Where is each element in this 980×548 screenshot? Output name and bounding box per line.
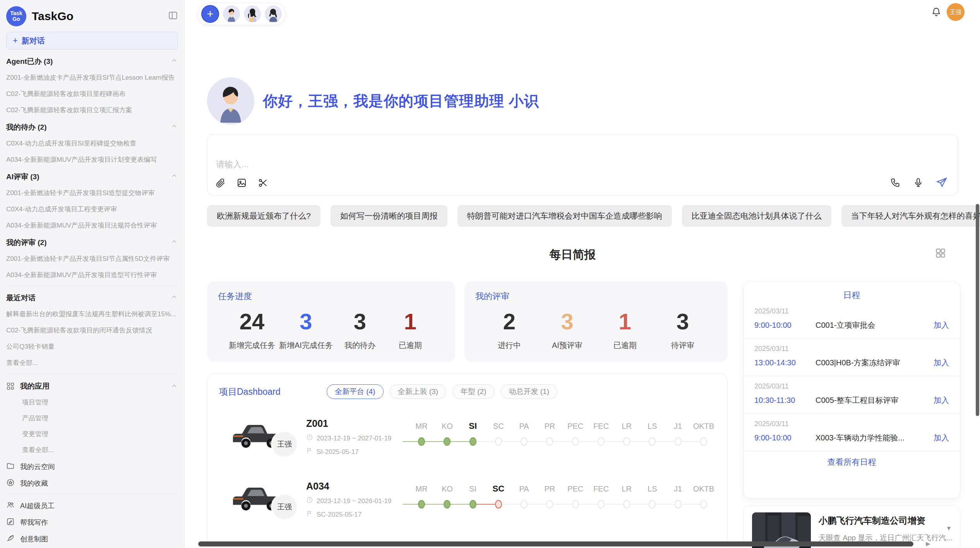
sidebar-item[interactable]: 公司Q3轻卡销量	[6, 342, 178, 352]
milestone-dot	[546, 437, 553, 446]
sidebar-item-write[interactable]: 帮我写作	[6, 517, 178, 527]
phone-icon[interactable]	[890, 177, 901, 189]
section-header-4[interactable]: 最近对话	[6, 293, 178, 303]
schedule-event-title: C001-立项审批会	[816, 320, 934, 331]
milestone-dot	[649, 437, 656, 446]
dashboard-tab-0[interactable]: 全新平台 (4)	[327, 384, 384, 399]
metric-value: 24	[240, 309, 265, 334]
app-sublist-item[interactable]: 项目管理	[6, 397, 178, 408]
sidebar-item-folder[interactable]: 我的云空间	[6, 462, 178, 472]
schedule-item[interactable]: 2025/03/1110:30-11:30C005-整车工程目标评审加入	[744, 376, 960, 414]
horizontal-scrollbar-thumb[interactable]	[198, 541, 913, 546]
join-link[interactable]: 加入	[934, 433, 949, 443]
metric: 1已逾期	[387, 309, 433, 351]
attachment-icon[interactable]	[215, 178, 226, 190]
dashboard-tab-2[interactable]: 年型 (2)	[452, 384, 495, 399]
agent-avatar-1[interactable]	[223, 5, 240, 22]
sidebar-item-people[interactable]: AI超级员工	[6, 501, 178, 511]
project-row[interactable]: 王强A0342023-12-19 ~ 2026-01-19SC-2025-05-…	[207, 472, 727, 535]
sidebar-item[interactable]: A034-全新新能源MUV产品开发项目法规符合性评审	[6, 221, 178, 231]
chevron-up-icon[interactable]	[170, 123, 178, 132]
view-all-schedule-link[interactable]: 查看所有日程	[744, 457, 960, 468]
join-link[interactable]: 加入	[934, 395, 949, 406]
sidebar-item[interactable]: Z001-全新燃油轻卡产品开发项目SI造型提交物评审	[6, 188, 178, 198]
suggestion-chip[interactable]: 如何写一份清晰的项目周报	[331, 205, 447, 227]
send-icon[interactable]	[936, 176, 947, 190]
sidebar-item[interactable]: Z001-全新燃油轻卡产品开发项目SI节点属性5D文件评审	[6, 254, 178, 264]
milestone-chain: MRKOSISCPAPRPECFECLRLSJ1OKTB	[409, 484, 716, 509]
collapse-sidebar-icon[interactable]	[168, 10, 178, 22]
sidebar-item[interactable]: C0X4-动力总成开发项目工程变更评审	[6, 204, 178, 214]
dashboard-tab-3[interactable]: 动总开发 (1)	[501, 384, 558, 399]
schedule-item[interactable]: 2025/03/119:00-10:00C001-立项审批会加入	[744, 301, 960, 339]
section-header-2[interactable]: AI评审 (3)	[6, 172, 178, 182]
new-chat-button[interactable]: + 新对话	[6, 32, 178, 50]
scroll-right-arrow-icon[interactable]: ▶	[926, 540, 930, 547]
sidebar-item[interactable]: 解释最新出台的欧盟报废车法规再生塑料比例被调至15%...	[6, 309, 178, 319]
logo-line-1: Task	[10, 10, 22, 16]
sidebar-tools: 我的云空间我的收藏	[6, 462, 178, 488]
section-title: 我的评审 (2)	[6, 238, 47, 248]
milestone-label-ko: KO	[434, 484, 460, 494]
sidebar-item-feather[interactable]: 创意制图	[6, 534, 178, 544]
milestone-label-ls: LS	[639, 421, 665, 431]
vertical-scrollbar-thumb[interactable]	[976, 204, 979, 416]
suggestion-chips: 欧洲新规最近颁布了什么?如何写一份清晰的项目周报特朗普可能对进口汽车增税会对中国…	[207, 205, 980, 227]
dashboard-tabs: 全新平台 (4)全新上装 (3)年型 (2)动总开发 (1)	[327, 384, 557, 399]
stat-card-title: 我的评审	[475, 291, 717, 302]
add-agent-button[interactable]: +	[201, 5, 219, 23]
composer-input[interactable]: 请输入...	[216, 159, 248, 170]
scroll-down-arrow-icon[interactable]: ▼	[946, 525, 952, 531]
notifications-bell-icon[interactable]	[931, 7, 941, 19]
metric-value: 3	[677, 309, 689, 334]
dashboard-tab-1[interactable]: 全新上装 (3)	[390, 384, 447, 399]
sidebar-item[interactable]: 查看全部...	[6, 358, 178, 368]
sidebar-item-star-badge[interactable]: 我的收藏	[6, 478, 178, 488]
apps-grid-icon	[6, 382, 15, 390]
metric: 24新增完成任务	[229, 309, 275, 351]
suggestion-chip[interactable]: 特朗普可能对进口汽车增税会对中国车企造成哪些影响	[457, 205, 672, 227]
milestone-dot	[444, 437, 451, 446]
section-header-3[interactable]: 我的评审 (2)	[6, 238, 178, 248]
sidebar-item-my-apps[interactable]: 我的应用	[6, 381, 178, 392]
chevron-up-icon[interactable]	[170, 57, 178, 67]
chevron-up-icon[interactable]	[170, 238, 178, 248]
microphone-icon[interactable]	[913, 177, 923, 189]
suggestion-chip[interactable]: 比亚迪全固态电池计划具体说了什么	[682, 205, 831, 227]
dashboard-title: 项目Dashboard	[219, 386, 327, 398]
section-header-0[interactable]: Agent已办 (3)	[6, 57, 178, 67]
app-sublist-item[interactable]: 产品管理	[6, 413, 178, 423]
milestone-label-si: SI	[460, 421, 486, 431]
scissors-icon[interactable]	[258, 178, 268, 190]
metric-value: 1	[619, 309, 631, 334]
user-avatar[interactable]: 王强	[947, 3, 965, 21]
app-sublist-item[interactable]: 查看全部...	[6, 445, 178, 455]
sidebar-item[interactable]: C02-飞腾新能源轻客改款项目立项汇报方案	[6, 105, 178, 115]
sidebar-item[interactable]: Z001-全新燃油皮卡产品开发项目SI节点Lesson Learn报告	[6, 73, 178, 83]
agent-avatar-3[interactable]	[265, 5, 282, 22]
milestone-dot	[598, 437, 605, 446]
project-date-range: 2023-12-19 ~ 2027-01-19	[317, 435, 391, 442]
chevron-up-icon[interactable]	[170, 172, 178, 182]
join-link[interactable]: 加入	[934, 358, 949, 368]
schedule-item[interactable]: 2025/03/1113:00-14:30C003|H0B-方案冻结评审加入	[744, 339, 960, 376]
briefing-layout-icon[interactable]	[935, 248, 946, 260]
agent-avatar-2[interactable]	[244, 5, 261, 22]
sidebar-item[interactable]: A034-全新新能源MUV产品开发项目计划变更表编写	[6, 155, 178, 165]
schedule-item[interactable]: 2025/03/119:00-10:00X003-车辆动力学性能验...加入	[744, 414, 960, 451]
join-link[interactable]: 加入	[934, 320, 949, 331]
suggestion-chip[interactable]: 当下年轻人对汽车外观有怎样的喜好趋势	[841, 205, 980, 227]
chevron-up-icon[interactable]	[170, 293, 178, 303]
section-header-1[interactable]: 我的待办 (2)	[6, 122, 178, 132]
milestone-dot	[521, 437, 528, 446]
sidebar-item[interactable]: C0X4-动力总成开发项目SI里程碑提交物检查	[6, 139, 178, 149]
image-icon[interactable]	[236, 178, 247, 190]
app-sublist-item[interactable]: 变更管理	[6, 429, 178, 439]
sidebar-item[interactable]: C02-飞腾新能源轻客改款项目里程碑画布	[6, 89, 178, 99]
sidebar-item[interactable]: C02-飞腾新能源轻客改款项目的闭环通告反馈情况	[6, 325, 178, 336]
sidebar-item[interactable]: A034-全新新能源MUV产品开发项目造型可行性评审	[6, 270, 178, 280]
project-row[interactable]: 王强Z0012023-12-19 ~ 2027-01-19SI-2025-05-…	[207, 409, 727, 472]
milestone-dot	[675, 437, 682, 446]
suggestion-chip[interactable]: 欧洲新规最近颁布了什么?	[207, 205, 320, 227]
chevron-up-icon[interactable]	[170, 382, 178, 390]
